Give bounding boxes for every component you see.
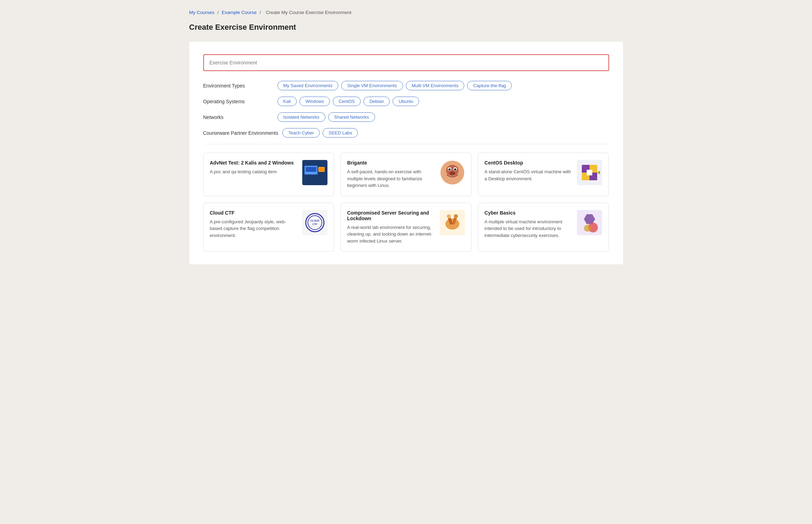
environment-types-filter: Environment Types My Saved Environments … [203,81,609,90]
card-advnet-desc: A poc and qa testing catalog item [210,168,298,175]
breadcrumb-my-courses[interactable]: My Courses [189,10,214,15]
breadcrumb-current: Create My Course Exercise Environment [266,10,352,15]
breadcrumb: My Courses / Example Course / Create My … [189,10,623,15]
card-brigante-icon [440,160,465,185]
filter-windows[interactable]: Windows [299,97,330,106]
environment-cards-grid: AdvNet Test: 2 Kalis and 2 Windows A poc… [203,153,609,252]
svg-rect-5 [319,168,324,171]
svg-point-11 [454,168,456,170]
card-cloudctf-title: Cloud CTF [210,210,298,216]
filter-capture-the-flag[interactable]: Capture-the-flag [467,81,512,90]
breadcrumb-example-course[interactable]: Example Course [222,10,257,15]
svg-point-30 [445,218,459,230]
page-title: Create Exercise Environment [189,23,623,32]
networks-label: Networks [203,114,273,120]
card-brigante-desc: A self-paced, hands-on exercise with mul… [347,168,435,189]
card-centos-desc: A stand-alone CentOS virtual machine wit… [485,168,572,182]
card-cyber-basics-icon [577,210,602,235]
card-cyber-basics-title: Cyber Basics [485,210,572,216]
filter-teach-cyber[interactable]: Teach Cyber [282,128,320,138]
svg-text:CLOUD: CLOUD [311,219,319,222]
networks-filter: Networks Isolated Networks Shared Networ… [203,112,609,122]
exercise-environment-input[interactable] [203,54,609,71]
card-cyber-basics-desc: A multiple virtual machine environment i… [485,218,572,239]
divider [203,144,609,144]
svg-point-33 [447,214,451,218]
filter-multi-vm-environments[interactable]: Multi VM Environments [406,81,465,90]
svg-text:CTF: CTF [312,223,317,225]
card-cloudctf-icon: CLOUD CTF [302,210,327,235]
card-brigante[interactable]: Brigante A self-paced, hands-on exercise… [340,153,472,196]
svg-rect-3 [306,167,316,172]
card-cloudctf[interactable]: Cloud CTF A pre-configured Jeopardy styl… [203,203,334,252]
card-advnet-icon [302,160,327,185]
svg-point-10 [449,168,451,170]
card-cyber-basics[interactable]: Cyber Basics A multiple virtual machine … [478,203,609,252]
card-compromised-title: Compromised Server Securing and Lockdown [347,210,435,221]
card-brigante-title: Brigante [347,160,435,166]
filter-single-vm-environments[interactable]: Single VM Environments [341,81,403,90]
card-advnet-title: AdvNet Test: 2 Kalis and 2 Windows [210,160,298,166]
card-centos[interactable]: CentOS Desktop A stand-alone CentOS virt… [478,153,609,196]
filter-kali[interactable]: Kali [277,97,297,106]
svg-point-12 [450,172,455,175]
filter-centos[interactable]: CentOS [333,97,361,106]
card-compromised-icon [440,210,465,235]
card-cloudctf-desc: A pre-configured Jeopardy style, web-bas… [210,218,298,239]
filter-debian[interactable]: Debian [363,97,390,106]
card-compromised-desc: A real-world lab environment for securin… [347,224,435,245]
card-compromised[interactable]: Compromised Server Securing and Lockdown… [340,203,472,252]
card-centos-title: CentOS Desktop [485,160,572,166]
filter-isolated-networks[interactable]: Isolated Networks [277,112,325,122]
courseware-label: Courseware Partner Environments [203,130,278,136]
card-centos-icon [577,160,602,185]
filter-ubuntu[interactable]: Ubuntu [393,97,419,106]
svg-rect-22 [587,170,592,175]
svg-point-34 [454,214,458,218]
operating-systems-filter: Operating Systems Kali Windows CentOS De… [203,97,609,106]
environment-types-label: Environment Types [203,83,273,89]
filter-seed-labs[interactable]: SEED Labs [323,128,358,138]
svg-point-38 [584,225,591,232]
main-card: Environment Types My Saved Environments … [189,42,623,264]
filter-shared-networks[interactable]: Shared Networks [328,112,375,122]
card-advnet[interactable]: AdvNet Test: 2 Kalis and 2 Windows A poc… [203,153,334,196]
filter-my-saved-environments[interactable]: My Saved Environments [277,81,339,90]
courseware-filter: Courseware Partner Environments Teach Cy… [203,128,609,138]
operating-systems-label: Operating Systems [203,99,273,104]
